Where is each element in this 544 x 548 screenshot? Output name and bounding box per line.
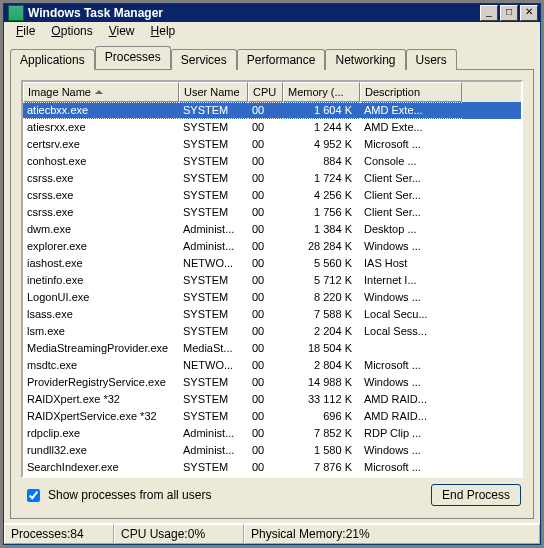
col-image-name[interactable]: Image Name [23, 82, 179, 102]
cell-desc: Client Ser... [360, 187, 462, 204]
cell-image: LogonUI.exe [23, 289, 179, 306]
table-row[interactable]: dwm.exeAdminist...001 384 KDesktop ... [23, 221, 521, 238]
cell-desc: Microsoft ... [360, 136, 462, 153]
maximize-button[interactable]: □ [500, 5, 518, 21]
cell-image: conhost.exe [23, 153, 179, 170]
tab-applications[interactable]: Applications [10, 49, 95, 70]
table-row[interactable]: rundll32.exeAdminist...001 580 KWindows … [23, 442, 521, 459]
col-user-name[interactable]: User Name [179, 82, 248, 102]
cell-mem: 5 712 K [283, 272, 360, 289]
tab-services[interactable]: Services [171, 49, 237, 70]
table-row[interactable]: rdpclip.exeAdminist...007 852 KRDP Clip … [23, 425, 521, 442]
menu-view[interactable]: View [101, 22, 143, 40]
table-row[interactable]: lsm.exeSYSTEM002 204 KLocal Sess... [23, 323, 521, 340]
cell-mem: 7 852 K [283, 425, 360, 442]
cell-cpu: 00 [248, 102, 283, 119]
table-row[interactable]: iashost.exeNETWO...005 560 KIAS Host [23, 255, 521, 272]
cell-cpu: 00 [248, 153, 283, 170]
tab-processes[interactable]: Processes [95, 46, 171, 69]
cell-mem: 7 876 K [283, 459, 360, 476]
table-row[interactable]: msdtc.exeNETWO...002 804 KMicrosoft ... [23, 357, 521, 374]
list-header: Image Name User Name CPU Memory (... Des… [23, 82, 521, 102]
cell-mem: 14 988 K [283, 374, 360, 391]
menu-help[interactable]: Help [143, 22, 184, 40]
col-memory[interactable]: Memory (... [283, 82, 360, 102]
table-row[interactable]: MediaStreamingProvider.exeMediaSt...0018… [23, 340, 521, 357]
col-description[interactable]: Description [360, 82, 462, 102]
show-all-users-input[interactable] [27, 489, 40, 502]
cell-user: Administ... [179, 442, 248, 459]
menu-file[interactable]: File [8, 22, 43, 40]
cell-user: NETWO... [179, 255, 248, 272]
table-row[interactable]: csrss.exeSYSTEM001 724 KClient Ser... [23, 170, 521, 187]
list-body[interactable]: atiecbxx.exeSYSTEM001 604 KAMD Exte...at… [23, 102, 521, 476]
cell-mem: 2 204 K [283, 323, 360, 340]
cell-image: lsass.exe [23, 306, 179, 323]
end-process-button[interactable]: End Process [431, 484, 521, 506]
close-button[interactable]: ✕ [520, 5, 538, 21]
cell-mem: 33 112 K [283, 391, 360, 408]
table-row[interactable]: LogonUI.exeSYSTEM008 220 KWindows ... [23, 289, 521, 306]
cell-image: csrss.exe [23, 204, 179, 221]
cell-desc: RDP Clip ... [360, 425, 462, 442]
cell-desc: AMD Exte... [360, 119, 462, 136]
processes-panel: Image Name User Name CPU Memory (... Des… [10, 69, 534, 519]
cell-desc: AMD RAID... [360, 408, 462, 425]
cell-user: SYSTEM [179, 306, 248, 323]
cell-user: SYSTEM [179, 187, 248, 204]
minimize-button[interactable]: _ [480, 5, 498, 21]
cell-image: atiesrxx.exe [23, 119, 179, 136]
cell-image: lsm.exe [23, 323, 179, 340]
table-row[interactable]: ProviderRegistryService.exeSYSTEM0014 98… [23, 374, 521, 391]
table-row[interactable]: csrss.exeSYSTEM001 756 KClient Ser... [23, 204, 521, 221]
cell-mem: 28 284 K [283, 238, 360, 255]
cell-desc: Local Secu... [360, 306, 462, 323]
cell-cpu: 00 [248, 170, 283, 187]
cell-user: SYSTEM [179, 136, 248, 153]
cell-mem: 8 220 K [283, 289, 360, 306]
cell-cpu: 00 [248, 289, 283, 306]
status-memory: Physical Memory: 21% [244, 524, 540, 544]
cell-image: RAIDXpert.exe *32 [23, 391, 179, 408]
table-row[interactable]: lsass.exeSYSTEM007 588 KLocal Secu... [23, 306, 521, 323]
table-row[interactable]: explorer.exeAdminist...0028 284 KWindows… [23, 238, 521, 255]
statusbar: Processes: 84 CPU Usage: 0% Physical Mem… [4, 523, 540, 544]
cell-desc: AMD RAID... [360, 391, 462, 408]
cell-desc: Client Ser... [360, 204, 462, 221]
cell-mem: 1 580 K [283, 442, 360, 459]
cell-image: rdpclip.exe [23, 425, 179, 442]
show-all-users-checkbox[interactable]: Show processes from all users [23, 488, 211, 502]
cell-user: SYSTEM [179, 323, 248, 340]
table-row[interactable]: certsrv.exeSYSTEM004 952 KMicrosoft ... [23, 136, 521, 153]
menu-options[interactable]: Options [43, 22, 100, 40]
cell-user: SYSTEM [179, 459, 248, 476]
cell-desc: Windows ... [360, 374, 462, 391]
cell-cpu: 00 [248, 357, 283, 374]
cell-user: Administ... [179, 425, 248, 442]
table-row[interactable]: RAIDXpert.exe *32SYSTEM0033 112 KAMD RAI… [23, 391, 521, 408]
task-manager-window: Windows Task Manager _ □ ✕ File Options … [3, 3, 541, 545]
table-row[interactable]: inetinfo.exeSYSTEM005 712 KInternet I... [23, 272, 521, 289]
cell-mem: 18 504 K [283, 340, 360, 357]
cell-user: SYSTEM [179, 408, 248, 425]
cell-cpu: 00 [248, 391, 283, 408]
tab-performance[interactable]: Performance [237, 49, 326, 70]
titlebar[interactable]: Windows Task Manager _ □ ✕ [4, 4, 540, 22]
tab-networking[interactable]: Networking [325, 49, 405, 70]
tab-users[interactable]: Users [406, 49, 457, 70]
table-row[interactable]: conhost.exeSYSTEM00884 KConsole ... [23, 153, 521, 170]
table-row[interactable]: SearchIndexer.exeSYSTEM007 876 KMicrosof… [23, 459, 521, 476]
cell-cpu: 00 [248, 425, 283, 442]
table-row[interactable]: atiesrxx.exeSYSTEM001 244 KAMD Exte... [23, 119, 521, 136]
col-cpu[interactable]: CPU [248, 82, 283, 102]
panel-footer: Show processes from all users End Proces… [21, 478, 523, 508]
cell-user: SYSTEM [179, 153, 248, 170]
table-row[interactable]: RAIDXpertService.exe *32SYSTEM00696 KAMD… [23, 408, 521, 425]
table-row[interactable]: csrss.exeSYSTEM004 256 KClient Ser... [23, 187, 521, 204]
cell-image: rundll32.exe [23, 442, 179, 459]
table-row[interactable]: atiecbxx.exeSYSTEM001 604 KAMD Exte... [23, 102, 521, 119]
cell-image: msdtc.exe [23, 357, 179, 374]
cell-cpu: 00 [248, 136, 283, 153]
cell-desc: Microsoft ... [360, 459, 462, 476]
cell-mem: 884 K [283, 153, 360, 170]
